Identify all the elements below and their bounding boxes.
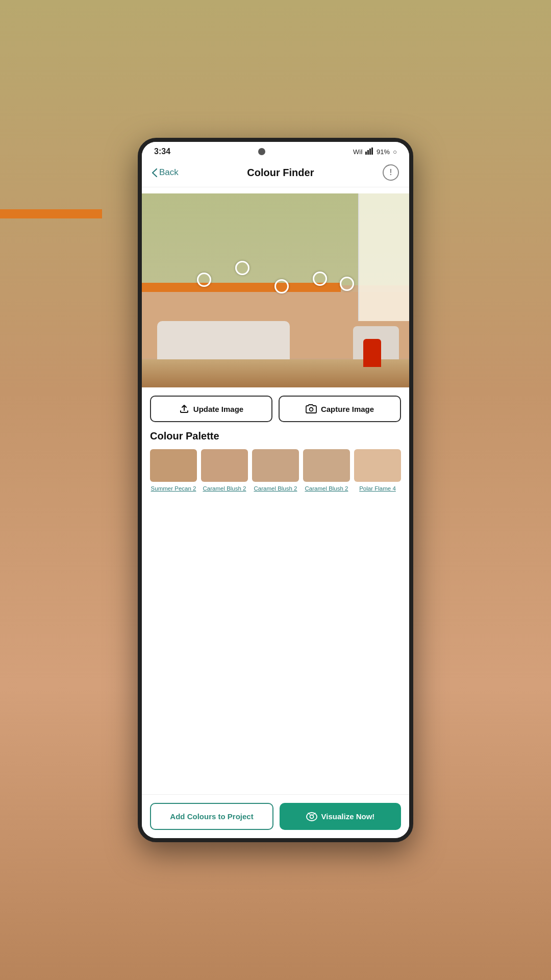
add-colours-button[interactable]: Add Colours to Project <box>150 803 273 830</box>
bottom-buttons: Add Colours to Project Visualize Now! <box>142 794 409 838</box>
swatch-color-3 <box>303 449 350 482</box>
swatch-item-0[interactable]: Summer Pecan 2 <box>150 449 197 493</box>
bg-accent-stripe <box>0 209 102 218</box>
swatch-color-1 <box>201 449 248 482</box>
status-bar: 3:34 WiFi 91% ○ <box>142 142 409 159</box>
swatch-color-2 <box>252 449 299 482</box>
room-image-container[interactable] <box>142 193 409 387</box>
svg-text:WiFi: WiFi <box>353 148 362 155</box>
capture-image-button[interactable]: Capture Image <box>279 396 401 422</box>
swatch-item-4[interactable]: Polar Flame 4 <box>354 449 401 493</box>
wifi-icon: WiFi <box>353 148 362 156</box>
action-buttons: Update Image Capture Image <box>142 387 409 430</box>
swatch-label-0: Summer Pecan 2 <box>151 485 196 493</box>
info-button[interactable]: ! <box>383 164 399 181</box>
camera-icon <box>306 404 317 413</box>
chevron-left-icon <box>152 168 157 177</box>
update-image-label: Update Image <box>193 405 243 413</box>
svg-rect-2 <box>367 150 369 155</box>
palette-swatches: Summer Pecan 2 Caramel Blush 2 Caramel B… <box>150 449 401 493</box>
signal-icon <box>365 148 373 156</box>
svg-point-7 <box>310 815 313 818</box>
visualize-icon <box>306 812 317 821</box>
visualize-button[interactable]: Visualize Now! <box>280 803 401 830</box>
info-icon: ! <box>389 168 392 177</box>
back-button[interactable]: Back <box>152 167 179 178</box>
top-nav: Back Colour Finder ! <box>142 159 409 187</box>
color-picker-circle-4[interactable] <box>313 272 327 286</box>
upload-icon <box>179 404 189 414</box>
color-picker-circle-3[interactable] <box>274 279 289 293</box>
sofa <box>157 321 290 362</box>
status-time: 3:34 <box>154 147 170 156</box>
svg-point-6 <box>307 813 317 821</box>
swatch-item-3[interactable]: Caramel Blush 2 <box>303 449 350 493</box>
capture-image-label: Capture Image <box>321 405 374 413</box>
room-orange-stripe <box>142 283 341 292</box>
palette-title: Colour Palette <box>150 430 401 442</box>
swatch-label-1: Caramel Blush 2 <box>203 485 246 493</box>
svg-rect-4 <box>371 148 373 155</box>
swatch-item-2[interactable]: Caramel Blush 2 <box>252 449 299 493</box>
red-table <box>363 339 381 367</box>
swatch-label-2: Caramel Blush 2 <box>254 485 297 493</box>
room-window <box>358 193 409 321</box>
palette-section: Colour Palette Summer Pecan 2 Caramel Bl… <box>142 430 409 501</box>
room-image <box>142 193 409 387</box>
battery-icon: ○ <box>393 148 397 156</box>
swatch-color-4 <box>354 449 401 482</box>
visualize-label: Visualize Now! <box>321 812 375 821</box>
swatch-label-3: Caramel Blush 2 <box>305 485 348 493</box>
phone-frame: 3:34 WiFi 91% ○ <box>138 138 413 842</box>
update-image-button[interactable]: Update Image <box>150 396 272 422</box>
color-picker-circle-5[interactable] <box>340 277 354 291</box>
page-title: Colour Finder <box>247 167 314 179</box>
swatch-color-0 <box>150 449 197 482</box>
svg-rect-3 <box>369 149 371 155</box>
svg-point-5 <box>309 408 313 411</box>
swatch-item-1[interactable]: Caramel Blush 2 <box>201 449 248 493</box>
battery-label: 91% <box>377 148 390 156</box>
color-picker-circle-2[interactable] <box>235 261 249 275</box>
color-picker-circle-1[interactable] <box>197 273 211 287</box>
front-camera <box>258 148 265 155</box>
swatch-label-4: Polar Flame 4 <box>359 485 396 493</box>
status-icons: WiFi 91% ○ <box>353 148 397 156</box>
back-label: Back <box>159 167 179 178</box>
add-colours-label: Add Colours to Project <box>170 812 253 821</box>
svg-rect-1 <box>365 152 367 155</box>
